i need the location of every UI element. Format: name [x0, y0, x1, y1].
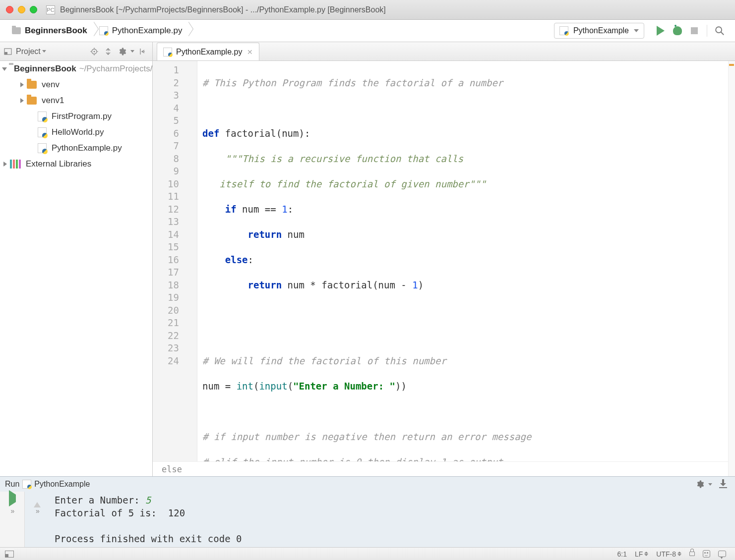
svg-rect-3 — [4, 52, 7, 55]
tree-root-label: BeginnersBook — [14, 64, 76, 74]
scroll-to-source-button[interactable] — [88, 46, 100, 57]
main-content: BeginnersBook ~/PycharmProjects/Beginner… — [0, 61, 735, 476]
code-editor[interactable]: 123456789101112131415161718192021222324 … — [153, 61, 735, 461]
tree-external-libraries[interactable]: External Libraries — [0, 156, 152, 172]
settings-button[interactable] — [116, 46, 128, 57]
close-tab-button[interactable]: ✕ — [247, 48, 253, 56]
console-line: Enter a Number: — [55, 495, 145, 505]
tree-expand-icon[interactable] — [19, 98, 25, 103]
tree-expand-icon[interactable] — [2, 67, 7, 71]
run-header-prefix: Run — [5, 480, 19, 489]
search-icon — [714, 25, 725, 36]
stop-button[interactable] — [687, 24, 701, 38]
library-icon — [10, 160, 21, 168]
bug-icon — [673, 26, 682, 35]
separator — [707, 25, 707, 37]
run-body: » » Enter a Number: 5 Factorial of 5 is:… — [0, 492, 735, 547]
run-header: Run PythonExample — [0, 477, 735, 492]
run-button[interactable] — [654, 24, 668, 38]
python-file-icon — [38, 143, 47, 153]
code-breadcrumb[interactable]: else — [153, 461, 735, 476]
tree-file-pythonexample[interactable]: PythonExample.py — [0, 140, 152, 156]
editor: 123456789101112131415161718192021222324 … — [153, 61, 735, 476]
breadcrumb-file-label: PythonExample.py — [112, 26, 183, 36]
project-icon — [4, 47, 13, 56]
lock-icon — [689, 552, 695, 556]
code-breadcrumb-label: else — [162, 464, 182, 474]
stop-icon — [691, 27, 698, 34]
hide-tool-window-button[interactable] — [135, 46, 147, 57]
tool-windows-button[interactable] — [5, 551, 14, 558]
chat-icon — [718, 551, 726, 557]
tree-item-label: venv — [42, 80, 60, 90]
export-button[interactable] — [717, 478, 729, 490]
line-number-gutter[interactable]: 123456789101112131415161718192021222324 — [153, 61, 197, 461]
tree-expand-icon[interactable] — [2, 162, 8, 167]
scroll-up-button[interactable] — [34, 495, 41, 502]
play-icon — [657, 26, 665, 36]
minimize-window-button[interactable] — [18, 6, 25, 13]
collapse-all-button[interactable] — [102, 46, 114, 57]
close-window-button[interactable] — [6, 6, 13, 13]
svg-point-0 — [716, 27, 722, 33]
run-side-toolbar-right: » — [25, 492, 50, 547]
face-icon — [703, 550, 710, 558]
notifications-button[interactable] — [718, 551, 726, 557]
window-controls — [6, 6, 37, 13]
breadcrumb-project[interactable]: BeginnersBook — [7, 22, 94, 40]
maximize-window-button[interactable] — [30, 6, 37, 13]
tree-item-label: PythonExample.py — [52, 143, 122, 153]
tree-folder-venv[interactable]: venv — [0, 77, 152, 93]
python-file-icon — [38, 112, 47, 121]
file-encoding[interactable]: UTF-8 — [656, 550, 681, 558]
console-line: Factorial of 5 is: 120 — [55, 507, 185, 518]
python-file-icon — [99, 26, 108, 35]
editor-tabs: PythonExample.py ✕ — [153, 42, 735, 60]
tree-item-label: venv1 — [42, 96, 64, 106]
cursor-position[interactable]: 6:1 — [617, 550, 627, 558]
tree-root[interactable]: BeginnersBook ~/PycharmProjects/Beginner… — [0, 61, 152, 77]
expand-button[interactable]: » — [11, 507, 14, 515]
tree-folder-venv1[interactable]: venv1 — [0, 93, 152, 109]
run-settings-button[interactable] — [694, 478, 706, 490]
tree-expand-icon[interactable] — [19, 82, 25, 87]
tree-file-helloworld[interactable]: HelloWorld.py — [0, 124, 152, 140]
rerun-button[interactable] — [9, 495, 16, 502]
chevron-down-icon — [708, 483, 712, 486]
python-file-icon — [22, 480, 31, 489]
python-file-icon — [559, 26, 568, 35]
run-tool-window: Run PythonExample » » Enter a Number: 5 … — [0, 476, 735, 547]
app-icon: PC — [46, 5, 55, 14]
editor-tab-label: PythonExample.py — [176, 48, 242, 56]
run-side-toolbar-left: » — [0, 492, 25, 547]
status-bar: 6:1 LF UTF-8 — [0, 547, 735, 560]
run-configuration-selector[interactable]: PythonExample — [554, 23, 644, 39]
breadcrumb-file[interactable]: PythonExample.py — [94, 22, 189, 40]
run-header-title: PythonExample — [34, 480, 90, 489]
editor-tab-pythonexample[interactable]: PythonExample.py ✕ — [157, 43, 259, 60]
read-only-toggle[interactable] — [689, 552, 695, 556]
project-tool-label[interactable]: Project — [16, 47, 41, 56]
run-configuration-label: PythonExample — [573, 26, 629, 35]
line-separator[interactable]: LF — [635, 550, 648, 558]
ide-feedback-button[interactable] — [703, 550, 710, 558]
console-output[interactable]: Enter a Number: 5 Factorial of 5 is: 120… — [50, 492, 735, 547]
navigation-bar: BeginnersBook PythonExample.py PythonExa… — [0, 20, 735, 42]
arrow-up-icon — [34, 495, 41, 507]
python-file-icon — [38, 127, 47, 137]
project-tool-header: Project — [0, 42, 153, 60]
debug-button[interactable] — [671, 24, 684, 38]
tree-root-path: ~/PycharmProjects/BeginnersBook — [79, 64, 153, 74]
expand-button[interactable]: » — [36, 507, 39, 515]
title-bar: PC BeginnersBook [~/PycharmProjects/Begi… — [0, 0, 735, 20]
python-file-icon — [163, 48, 172, 56]
tree-item-label: HelloWorld.py — [52, 127, 104, 137]
warning-marker[interactable] — [729, 64, 734, 66]
svg-point-5 — [94, 51, 95, 52]
chevron-down-icon — [42, 50, 46, 53]
error-stripe[interactable] — [728, 61, 735, 476]
project-tree[interactable]: BeginnersBook ~/PycharmProjects/Beginner… — [0, 61, 153, 476]
code-content[interactable]: # This Python Program finds the factoria… — [197, 61, 735, 461]
search-everywhere-button[interactable] — [713, 24, 727, 38]
tree-file-firstprogram[interactable]: FirstProgram.py — [0, 109, 152, 124]
